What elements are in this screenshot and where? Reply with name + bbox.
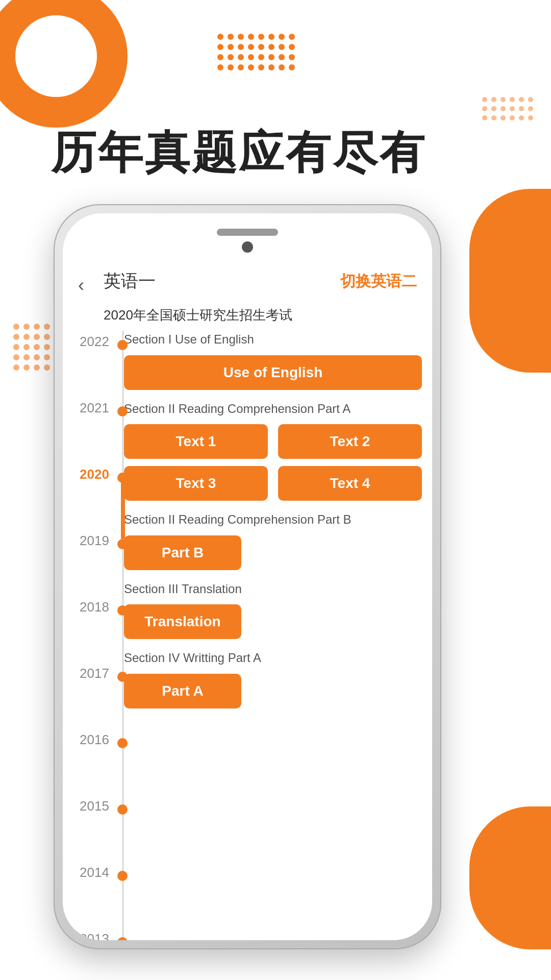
- translation-button[interactable]: Translation: [124, 604, 241, 639]
- svg-point-51: [23, 324, 30, 330]
- svg-point-36: [519, 97, 524, 102]
- svg-point-35: [510, 97, 515, 102]
- svg-point-49: [528, 115, 533, 120]
- svg-point-68: [44, 354, 50, 360]
- svg-point-8: [217, 44, 223, 50]
- svg-point-15: [289, 44, 295, 50]
- phone-camera: [242, 241, 253, 253]
- partb-button[interactable]: Part B: [124, 535, 241, 570]
- svg-point-52: [34, 324, 40, 330]
- svg-point-61: [23, 344, 30, 350]
- section3-label: Section III Translation: [124, 580, 422, 598]
- text4-button[interactable]: Text 4: [278, 466, 422, 501]
- svg-point-12: [258, 44, 264, 50]
- svg-point-42: [519, 106, 524, 111]
- svg-point-4: [258, 34, 264, 40]
- svg-point-57: [34, 334, 40, 340]
- section1-buttons: Use of English: [124, 355, 422, 390]
- year-dot-2017: [117, 672, 128, 682]
- svg-point-21: [268, 54, 274, 60]
- screen-content: ‹ 英语一 切换英语二 2020年全国硕士研究生招生考试: [63, 264, 432, 940]
- year-label-2017[interactable]: 2017: [74, 666, 115, 681]
- text1-button[interactable]: Text 1: [124, 424, 268, 459]
- section4-buttons: Part A: [124, 674, 422, 708]
- svg-point-34: [500, 97, 506, 102]
- back-button[interactable]: ‹: [78, 275, 84, 296]
- section2a-label: Section II Reading Comprehension Part A: [124, 400, 422, 418]
- year-label-2021[interactable]: 2021: [74, 400, 115, 416]
- svg-point-28: [258, 64, 264, 70]
- svg-point-45: [491, 115, 496, 120]
- svg-point-6: [279, 34, 285, 40]
- screen-title: 英语一: [104, 270, 156, 293]
- year-label-2016[interactable]: 2016: [74, 732, 115, 748]
- section3-buttons: Translation: [124, 604, 422, 639]
- svg-point-18: [238, 54, 244, 60]
- svg-point-11: [248, 44, 254, 50]
- year-label-2014[interactable]: 2014: [74, 865, 115, 880]
- svg-point-13: [268, 44, 274, 50]
- svg-point-3: [248, 34, 254, 40]
- year-dot-2014: [117, 871, 128, 881]
- year-label-2013[interactable]: 2013: [74, 931, 115, 940]
- svg-point-0: [217, 34, 223, 40]
- section2b-buttons: Part B: [124, 535, 422, 570]
- svg-point-25: [228, 64, 234, 70]
- svg-point-73: [44, 364, 50, 371]
- svg-point-48: [519, 115, 524, 120]
- svg-point-9: [228, 44, 234, 50]
- year-label-2018[interactable]: 2018: [74, 599, 115, 615]
- svg-point-26: [238, 64, 244, 70]
- deco-arc-right: [469, 189, 551, 373]
- svg-point-30: [279, 64, 285, 70]
- svg-point-63: [44, 344, 50, 350]
- year-label-2022[interactable]: 2022: [74, 334, 115, 350]
- svg-point-27: [248, 64, 254, 70]
- year-dot-2021: [117, 406, 128, 416]
- use-of-english-button[interactable]: Use of English: [124, 355, 422, 390]
- deco-circle-top-left: [0, 0, 128, 128]
- svg-point-19: [248, 54, 254, 60]
- svg-point-50: [13, 324, 19, 330]
- text3-button[interactable]: Text 3: [124, 466, 268, 501]
- phone-inner: ‹ 英语一 切换英语二 2020年全国硕士研究生招生考试: [63, 213, 432, 940]
- svg-point-44: [482, 115, 487, 120]
- svg-point-70: [13, 364, 19, 371]
- section1-label: Section I Use of English: [124, 331, 422, 348]
- svg-point-47: [510, 115, 515, 120]
- section4-label: Section IV Writting Part A: [124, 649, 422, 667]
- svg-point-71: [23, 364, 30, 371]
- svg-point-62: [34, 344, 40, 350]
- svg-point-2: [238, 34, 244, 40]
- svg-point-17: [228, 54, 234, 60]
- screen-header: 英语一 切换英语二: [104, 270, 417, 293]
- year-label-2015[interactable]: 2015: [74, 798, 115, 814]
- phone-speaker: [217, 229, 278, 236]
- year-dot-2022: [117, 340, 128, 350]
- svg-point-20: [258, 54, 264, 60]
- section2b-container: Section II Reading Comprehension Part B …: [124, 511, 422, 570]
- svg-point-46: [500, 115, 506, 120]
- svg-point-1: [228, 34, 234, 40]
- year-dot-2018: [117, 605, 128, 616]
- svg-point-56: [23, 334, 30, 340]
- svg-point-16: [217, 54, 223, 60]
- parta-button[interactable]: Part A: [124, 674, 241, 708]
- svg-point-39: [491, 106, 496, 111]
- exam-title: 2020年全国硕士研究生招生考试: [104, 306, 417, 324]
- svg-point-55: [13, 334, 19, 340]
- svg-point-5: [268, 34, 274, 40]
- switch-lang-button[interactable]: 切换英语二: [340, 271, 417, 292]
- svg-point-65: [13, 354, 19, 360]
- svg-point-33: [491, 97, 496, 102]
- text2-button[interactable]: Text 2: [278, 424, 422, 459]
- section2a-buttons-row2: Text 3 Text 4: [124, 466, 422, 501]
- svg-point-32: [482, 97, 487, 102]
- year-label-2020[interactable]: 2020: [74, 467, 115, 482]
- section2a-container: Section II Reading Comprehension Part A …: [124, 400, 422, 501]
- deco-wave-bottom-right: [469, 806, 551, 949]
- year-label-2019[interactable]: 2019: [74, 533, 115, 549]
- phone-mockup: ‹ 英语一 切换英语二 2020年全国硕士研究生招生考试: [54, 204, 441, 949]
- section2a-buttons-row1: Text 1 Text 2: [124, 424, 422, 459]
- svg-point-22: [279, 54, 285, 60]
